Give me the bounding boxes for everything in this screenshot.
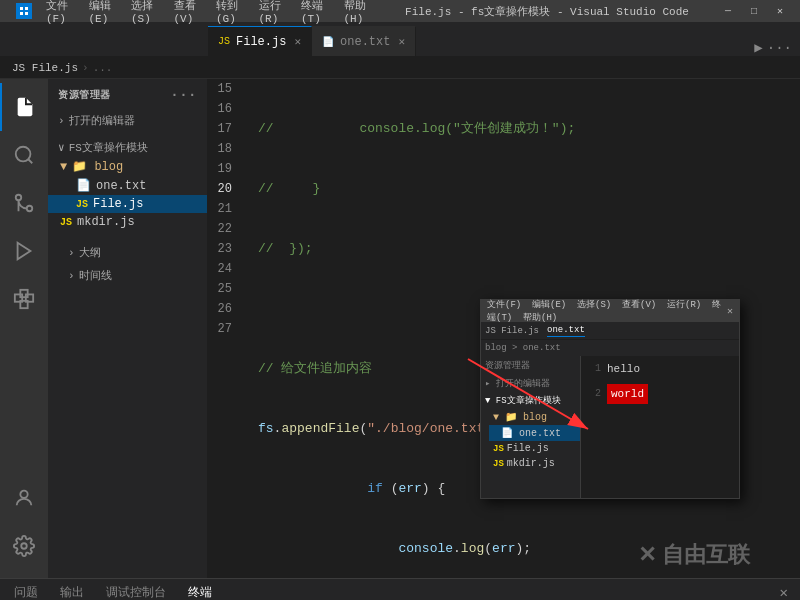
popup-tree-mkdirjs[interactable]: JS mkdir.js bbox=[489, 456, 580, 471]
popup-file-icon-filejs: JS bbox=[493, 444, 504, 454]
file-name-mkdirjs: mkdir.js bbox=[77, 215, 135, 229]
close-button[interactable]: ✕ bbox=[768, 3, 792, 19]
timeline-chevron: › bbox=[68, 270, 75, 282]
file-name-filejs: File.js bbox=[93, 197, 143, 211]
line-numbers: 15 16 17 18 19 20 21 22 23 24 25 26 27 bbox=[208, 79, 248, 578]
panel-tab-problems[interactable]: 问题 bbox=[4, 579, 48, 601]
minimize-button[interactable]: ─ bbox=[716, 3, 740, 19]
fs-section-label: FS文章操作模块 bbox=[69, 140, 148, 155]
menu-view[interactable]: 查看(V) bbox=[168, 0, 209, 22]
panel-tabs: 问题 输出 调试控制台 终端 ✕ bbox=[0, 579, 800, 600]
popup-tree-onetxt[interactable]: 📄 one.txt bbox=[489, 425, 580, 441]
menu-help[interactable]: 帮助(H) bbox=[338, 0, 379, 22]
more-button[interactable]: ··· bbox=[767, 40, 792, 56]
app-icon bbox=[8, 3, 40, 19]
watermark: ✕ 自由互联 bbox=[638, 540, 750, 570]
editor-toolbar: ▶ ··· bbox=[754, 39, 800, 56]
main-area: 资源管理器 ··· › 打开的编辑器 ∨ FS文章操作模块 ▼ 📁 blog bbox=[0, 79, 800, 578]
activity-settings[interactable] bbox=[0, 522, 48, 570]
tree-item-mkdirjs[interactable]: JS mkdir.js bbox=[48, 213, 207, 231]
linenum-16: 16 bbox=[208, 99, 240, 119]
sidebar-actions[interactable]: ··· bbox=[170, 87, 197, 103]
popup-tree-filejs[interactable]: JS File.js bbox=[489, 441, 580, 456]
fs-section-title[interactable]: ∨ FS文章操作模块 bbox=[48, 138, 207, 157]
activity-search[interactable] bbox=[0, 131, 48, 179]
svg-point-3 bbox=[16, 195, 22, 201]
popup-window: 文件(F) 编辑(E) 选择(S) 查看(V) 运行(R) 终端(T) 帮助(H… bbox=[480, 299, 740, 499]
js-file-icon: JS bbox=[218, 36, 230, 47]
file-icon-js: JS bbox=[76, 199, 88, 210]
open-editors-title[interactable]: › 打开的编辑器 bbox=[48, 111, 207, 130]
tab-filejs[interactable]: JS File.js ✕ bbox=[208, 26, 312, 56]
popup-tab-filejs[interactable]: JS File.js bbox=[485, 326, 539, 336]
tree-item-onetxt[interactable]: 📄 one.txt bbox=[48, 176, 207, 195]
tab-filejs-close[interactable]: ✕ bbox=[294, 35, 301, 48]
menu-file[interactable]: 文件(F) bbox=[40, 0, 81, 22]
menu-goto[interactable]: 转到(G) bbox=[210, 0, 251, 22]
svg-point-10 bbox=[21, 543, 27, 549]
activity-git[interactable] bbox=[0, 179, 48, 227]
title-bar: 文件(F) 编辑(E) 选择(S) 查看(V) 转到(G) 运行(R) 终端(T… bbox=[0, 0, 800, 22]
timeline-title[interactable]: › 时间线 bbox=[58, 266, 197, 285]
folder-icon: ▼ bbox=[60, 160, 67, 174]
activity-debug[interactable] bbox=[0, 227, 48, 275]
popup-file-onetxt: 📄 one.txt bbox=[501, 427, 561, 439]
popup-fs-section[interactable]: ▼ FS文章操作模块 bbox=[481, 392, 580, 409]
tree-item-blog[interactable]: ▼ 📁 blog bbox=[48, 157, 207, 176]
popup-breadcrumb-text: blog > one.txt bbox=[485, 343, 561, 353]
activity-account[interactable] bbox=[0, 474, 48, 522]
panel-tab-debug[interactable]: 调试控制台 bbox=[96, 579, 176, 601]
popup-tab-onetxt[interactable]: one.txt bbox=[547, 325, 585, 337]
popup-tree-blog[interactable]: ▼ 📁 blog bbox=[489, 409, 580, 425]
tree-item-filejs[interactable]: JS File.js bbox=[48, 195, 207, 213]
tab-onetxt[interactable]: 📄 one.txt ✕ bbox=[312, 26, 416, 56]
linenum-22: 22 bbox=[208, 219, 240, 239]
popup-close-button[interactable]: ✕ bbox=[727, 305, 733, 317]
breadcrumb-sep: › bbox=[82, 62, 89, 74]
panel-tab-terminal-label: 终端 bbox=[188, 584, 212, 601]
popup-file-name-mkdirjs: mkdir.js bbox=[507, 458, 555, 469]
linenum-26: 26 bbox=[208, 299, 240, 319]
window-title: File.js - fs文章操作模块 - Visual Studio Code bbox=[378, 4, 716, 19]
editor[interactable]: 15 16 17 18 19 20 21 22 23 24 25 26 27 /… bbox=[208, 79, 800, 578]
menu-edit[interactable]: 编辑(E) bbox=[83, 0, 124, 22]
popup-menu-items: 文件(F) 编辑(E) 选择(S) 查看(V) 运行(R) 终端(T) 帮助(H… bbox=[487, 298, 723, 324]
terminal-panel: 问题 输出 调试控制台 终端 ✕ PS D:\桌面\node学习\node代码\… bbox=[0, 578, 800, 600]
panel-close-button[interactable]: ✕ bbox=[772, 584, 796, 600]
folder-name-blog: 📁 blog bbox=[72, 159, 123, 174]
linenum-17: 17 bbox=[208, 119, 240, 139]
linenum-25: 25 bbox=[208, 279, 240, 299]
file-icon-mkdirjs: JS bbox=[60, 217, 72, 228]
tab-bar: JS File.js ✕ 📄 one.txt ✕ ▶ ··· bbox=[0, 22, 800, 57]
tab-onetxt-close[interactable]: ✕ bbox=[398, 35, 405, 48]
file-icon-txt: 📄 bbox=[76, 178, 91, 193]
window-controls: ─ □ ✕ bbox=[716, 3, 792, 19]
open-editors-label: 打开的编辑器 bbox=[69, 113, 135, 128]
run-button[interactable]: ▶ bbox=[754, 39, 762, 56]
activity-extensions[interactable] bbox=[0, 275, 48, 323]
outline-label: 大纲 bbox=[79, 245, 101, 260]
activity-explorer[interactable] bbox=[0, 83, 48, 131]
svg-line-1 bbox=[28, 159, 32, 163]
panel-tab-output[interactable]: 输出 bbox=[50, 579, 94, 601]
txt-file-icon: 📄 bbox=[322, 36, 334, 48]
popup-code-line-2: 2 world bbox=[581, 382, 739, 406]
popup-code-text-2: world bbox=[607, 384, 648, 404]
popup-titlebar: 文件(F) 编辑(E) 选择(S) 查看(V) 运行(R) 终端(T) 帮助(H… bbox=[481, 300, 739, 322]
menu-run[interactable]: 运行(R) bbox=[253, 0, 294, 22]
popup-open-editors[interactable]: ▸ 打开的编辑器 bbox=[481, 375, 580, 392]
tab-onetxt-label: one.txt bbox=[340, 35, 390, 49]
popup-tab-bar: JS File.js one.txt bbox=[481, 322, 739, 340]
menu-select[interactable]: 选择(S) bbox=[125, 0, 166, 22]
outline-title[interactable]: › 大纲 bbox=[58, 243, 197, 262]
popup-file-icon-mkdirjs: JS bbox=[493, 459, 504, 469]
popup-linenum-2: 2 bbox=[589, 385, 601, 403]
maximize-button[interactable]: □ bbox=[742, 3, 766, 19]
outline-chevron: › bbox=[68, 247, 75, 259]
menu-terminal[interactable]: 终端(T) bbox=[295, 0, 336, 22]
panel-tab-debug-label: 调试控制台 bbox=[106, 584, 166, 601]
popup-breadcrumb: blog > one.txt bbox=[481, 340, 739, 356]
panel-tab-terminal[interactable]: 终端 bbox=[178, 579, 222, 601]
code-line-16: // } bbox=[258, 179, 800, 199]
breadcrumb-filejs[interactable]: JS File.js bbox=[12, 62, 78, 74]
